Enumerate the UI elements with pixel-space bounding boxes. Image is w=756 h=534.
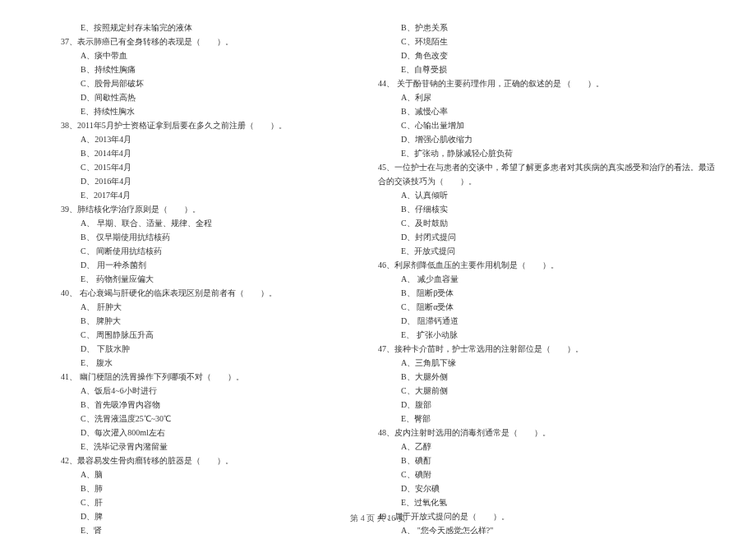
- text-line: D、 用一种杀菌剂: [41, 258, 337, 272]
- text-line: B、持续性胸痛: [41, 62, 337, 76]
- text-line: C、及时鼓励: [362, 216, 715, 230]
- text-line: 48、皮内注射时选用的消毒剂通常是（ ）。: [362, 426, 715, 440]
- text-line: B、大腿外侧: [362, 370, 715, 384]
- text-line: E、过氧化氢: [362, 495, 715, 509]
- text-line: C、 间断使用抗结核药: [41, 244, 337, 258]
- text-line: A、乙醇: [362, 440, 715, 453]
- text-line: E、自尊受损: [362, 62, 715, 76]
- text-line: C、股骨局部破坏: [41, 76, 337, 90]
- text-line: A、脑: [41, 467, 337, 481]
- text-line: 44、 关于酚苷钠的主要药理作用，正确的叙述的是 （ ）。: [362, 76, 715, 90]
- text-line: E、扩张动，静脉减轻心脏负荷: [362, 146, 715, 160]
- text-line: A、2013年4月: [41, 132, 337, 146]
- text-line: D、间歇性高热: [41, 90, 337, 104]
- text-line: E、2017年4月: [41, 188, 337, 202]
- page-footer: 第 4 页 共 16 页: [0, 513, 756, 524]
- text-line: D、 下肢水肿: [41, 342, 337, 356]
- text-line: B、护患关系: [362, 21, 715, 35]
- text-line: C、大腿前侧: [362, 384, 715, 398]
- text-line: C、洗胃液温度25℃~30℃: [41, 412, 337, 426]
- text-line: A、痰中带血: [41, 48, 337, 62]
- text-line: C、心输出量增加: [362, 118, 715, 132]
- text-line: C、肝: [41, 495, 337, 509]
- text-line: C、碘附: [362, 467, 715, 481]
- text-line: E、开放式提问: [362, 244, 715, 258]
- text-line: E、持续性胸水: [41, 104, 337, 118]
- text-line: B、肺: [41, 481, 337, 495]
- text-line: 47、接种卡介苗时，护士常选用的注射部位是（ ）。: [362, 342, 715, 356]
- text-line: B、 仅早期使用抗结核药: [41, 230, 337, 244]
- text-line: D、2016年4月: [41, 174, 337, 188]
- text-line: E、 药物剂量应偏大: [41, 272, 337, 286]
- text-line: D、腹部: [362, 398, 715, 412]
- text-line: 合的交谈技巧为（ ）。: [362, 174, 715, 188]
- text-line: E、洗毕记录胃内潴留量: [41, 440, 337, 453]
- text-line: 38、2011年5月护士资格证拿到后要在多久之前注册（ ）。: [41, 118, 337, 132]
- text-line: B、 脾肿大: [41, 314, 337, 328]
- text-line: D、 阻滞钙通道: [362, 314, 715, 328]
- text-line: E、 扩张小动脉: [362, 328, 715, 342]
- text-line: B、碘酊: [362, 453, 715, 467]
- text-line: C、环境陌生: [362, 35, 715, 48]
- text-line: B、 阻断β受体: [362, 286, 715, 300]
- text-line: E、肾: [41, 523, 337, 534]
- text-line: 42、最容易发生骨肉瘤转移的脏器是（ ）。: [41, 453, 337, 467]
- page-number-text: 第 4 页 共 16 页: [350, 513, 406, 522]
- text-line: A、认真倾听: [362, 188, 715, 202]
- text-line: E、臀部: [362, 412, 715, 426]
- right-column: B、护患关系C、环境陌生D、角色改变E、自尊受损44、 关于酚苷钠的主要药理作用…: [362, 21, 715, 497]
- text-line: B、仔细核实: [362, 202, 715, 216]
- text-line: A、利尿: [362, 90, 715, 104]
- text-line: B、首先吸净胃内容物: [41, 398, 337, 412]
- text-line: A、饭后4~6小时进行: [41, 384, 337, 398]
- left-column: E、按照规定封存未输完的液体37、表示肺癌已有全身转移的表现是（ ）。A、痰中带…: [41, 21, 337, 497]
- page-content: E、按照规定封存未输完的液体37、表示肺癌已有全身转移的表现是（ ）。A、痰中带…: [41, 21, 715, 497]
- text-line: C、2015年4月: [41, 160, 337, 174]
- text-line: A、 减少血容量: [362, 272, 715, 286]
- text-line: D、安尔碘: [362, 481, 715, 495]
- text-line: E、按照规定封存未输完的液体: [41, 21, 337, 35]
- text-line: A、 "您今天感觉怎么样?": [362, 523, 715, 534]
- text-line: D、每次灌入800ml左右: [41, 426, 337, 440]
- text-line: A、三角肌下缘: [362, 356, 715, 370]
- text-line: 39、肺结核化学治疗原则是（ ）。: [41, 202, 337, 216]
- text-line: 46、利尿剂降低血压的主要作用机制是（ ）。: [362, 258, 715, 272]
- text-line: C、 周围静脉压升高: [41, 328, 337, 342]
- text-line: A、 肝肿大: [41, 300, 337, 314]
- text-line: A、 早期、联合、适量、规律、全程: [41, 216, 337, 230]
- text-line: D、角色改变: [362, 48, 715, 62]
- text-line: C、 阻断α受体: [362, 300, 715, 314]
- text-line: B、减慢心率: [362, 104, 715, 118]
- text-line: 37、表示肺癌已有全身转移的表现是（ ）。: [41, 35, 337, 48]
- text-line: 45、一位护士在与患者的交谈中，希望了解更多患者对其疾病的真实感受和治疗的看法。…: [362, 160, 715, 174]
- text-line: 40、 右心衰竭与肝硬化的临床表现区别是前者有（ ）。: [41, 286, 337, 300]
- text-line: 41、 幽门梗阻的洗胃操作下列哪项不对（ ）。: [41, 370, 337, 384]
- text-line: E、 腹水: [41, 356, 337, 370]
- text-line: D、增强心肌收缩力: [362, 132, 715, 146]
- text-line: D、封闭式提问: [362, 230, 715, 244]
- text-line: B、2014年4月: [41, 146, 337, 160]
